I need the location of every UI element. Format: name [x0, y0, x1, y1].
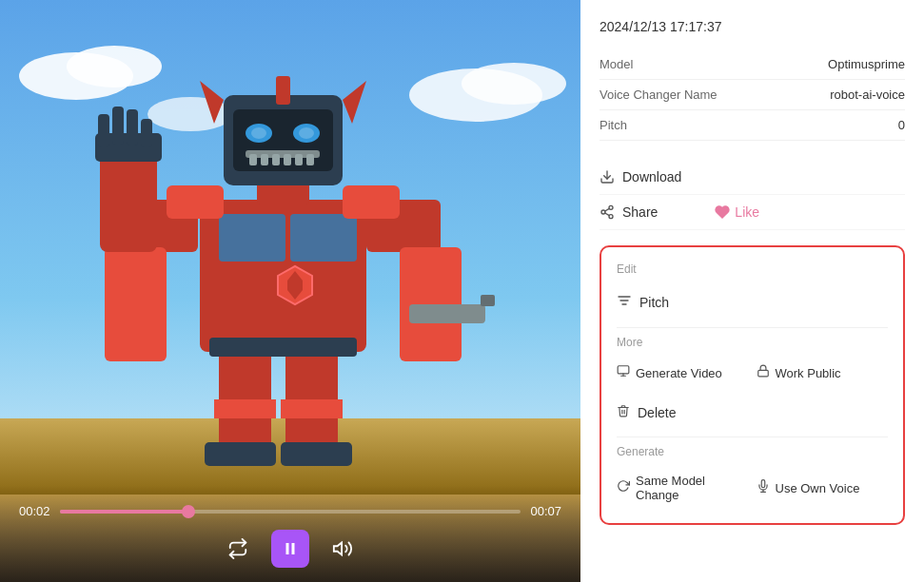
- svg-line-57: [605, 213, 610, 216]
- use-own-voice-item[interactable]: Use Own Voice: [757, 468, 889, 508]
- work-public-label: Work Public: [776, 366, 841, 380]
- video-controls: 00:02 00:07: [0, 485, 580, 582]
- pause-button[interactable]: [271, 530, 309, 568]
- svg-line-58: [605, 208, 610, 211]
- svg-rect-42: [295, 154, 303, 165]
- pitch-edit-item[interactable]: Pitch: [617, 285, 888, 320]
- svg-rect-19: [105, 247, 167, 361]
- progress-bar-area[interactable]: 00:02 00:07: [19, 504, 561, 518]
- svg-rect-39: [261, 154, 268, 165]
- svg-rect-32: [233, 109, 333, 171]
- svg-rect-50: [286, 543, 289, 554]
- more-grid: Generate Video Work Public: [617, 359, 888, 387]
- share-icon: [600, 204, 615, 220]
- divider-2: [617, 436, 888, 437]
- voice-changer-label: Voice Changer Name: [600, 87, 718, 102]
- download-icon: [600, 169, 615, 184]
- generate-video-item[interactable]: Generate Video: [617, 359, 749, 387]
- use-own-voice-label: Use Own Voice: [776, 481, 860, 495]
- same-model-label: Same Model Change: [636, 474, 749, 502]
- like-button[interactable]: Like: [715, 204, 759, 220]
- delete-icon: [617, 404, 630, 421]
- info-table: Model Optimusprime Voice Changer Name ro…: [600, 49, 905, 141]
- svg-rect-14: [219, 214, 285, 262]
- svg-rect-41: [284, 154, 291, 165]
- svg-rect-47: [167, 185, 224, 219]
- share-like-row: Share Like: [600, 195, 905, 230]
- svg-rect-38: [249, 154, 257, 165]
- svg-point-2: [67, 46, 162, 87]
- like-label: Like: [735, 204, 759, 220]
- edit-box: Edit Pitch More: [600, 245, 905, 525]
- svg-rect-65: [757, 370, 768, 376]
- pitch-value: 0: [898, 118, 905, 132]
- work-public-icon: [757, 364, 770, 381]
- generate-video-label: Generate Video: [636, 366, 722, 380]
- svg-rect-48: [343, 185, 400, 219]
- more-section-label: More: [617, 336, 888, 349]
- pitch-edit-label: Pitch: [639, 295, 669, 310]
- progress-fill: [60, 510, 189, 514]
- pitch-edit-icon: [617, 293, 632, 312]
- repeat-button[interactable]: [224, 534, 252, 563]
- volume-button[interactable]: [328, 534, 357, 563]
- total-time: 00:07: [530, 504, 561, 518]
- control-buttons: [19, 530, 561, 568]
- svg-rect-28: [409, 304, 485, 323]
- svg-rect-10: [281, 399, 343, 418]
- progress-thumb: [182, 505, 195, 518]
- svg-rect-9: [214, 399, 276, 418]
- svg-rect-51: [292, 543, 295, 554]
- model-row: Model Optimusprime: [600, 49, 905, 80]
- delete-label: Delete: [638, 405, 676, 420]
- same-model-item[interactable]: Same Model Change: [617, 468, 749, 508]
- svg-rect-23: [112, 107, 124, 145]
- download-row[interactable]: Download: [600, 160, 905, 195]
- voice-changer-row: Voice Changer Name robot-ai-voice: [600, 80, 905, 110]
- svg-rect-25: [141, 119, 152, 147]
- model-value: Optimusprime: [828, 57, 905, 71]
- svg-rect-11: [205, 442, 276, 466]
- svg-rect-62: [618, 366, 629, 374]
- video-panel: 00:02 00:07: [0, 0, 580, 582]
- svg-rect-44: [276, 76, 290, 105]
- generate-grid: Same Model Change Use Own Voice: [617, 468, 888, 508]
- edit-section-label: Edit: [617, 262, 888, 276]
- svg-rect-24: [127, 109, 138, 146]
- progress-track[interactable]: [60, 510, 521, 514]
- svg-rect-22: [98, 114, 109, 147]
- svg-rect-40: [272, 154, 280, 165]
- svg-rect-12: [281, 442, 352, 466]
- svg-point-36: [299, 127, 314, 139]
- current-time: 00:02: [19, 504, 50, 518]
- delete-item[interactable]: Delete: [617, 397, 888, 429]
- pitch-info-row: Pitch 0: [600, 110, 905, 141]
- svg-point-35: [251, 127, 266, 139]
- divider-1: [617, 327, 888, 328]
- svg-point-4: [462, 63, 566, 105]
- use-own-voice-icon: [757, 479, 770, 496]
- generate-video-icon: [617, 364, 630, 381]
- svg-rect-15: [290, 214, 357, 262]
- work-public-item[interactable]: Work Public: [757, 359, 889, 387]
- svg-rect-43: [306, 154, 314, 165]
- generate-section-label: Generate: [617, 445, 888, 458]
- pitch-label: Pitch: [600, 118, 627, 132]
- svg-marker-52: [334, 543, 342, 555]
- voice-changer-value: robot-ai-voice: [830, 87, 905, 102]
- same-model-icon: [617, 479, 630, 496]
- svg-rect-49: [209, 338, 357, 357]
- right-panel: 2024/12/13 17:17:37 Model Optimusprime V…: [580, 0, 924, 582]
- share-label: Share: [622, 204, 658, 220]
- model-label: Model: [600, 57, 633, 71]
- svg-rect-29: [481, 295, 495, 306]
- download-label: Download: [622, 169, 681, 184]
- timestamp: 2024/12/13 17:17:37: [600, 19, 905, 34]
